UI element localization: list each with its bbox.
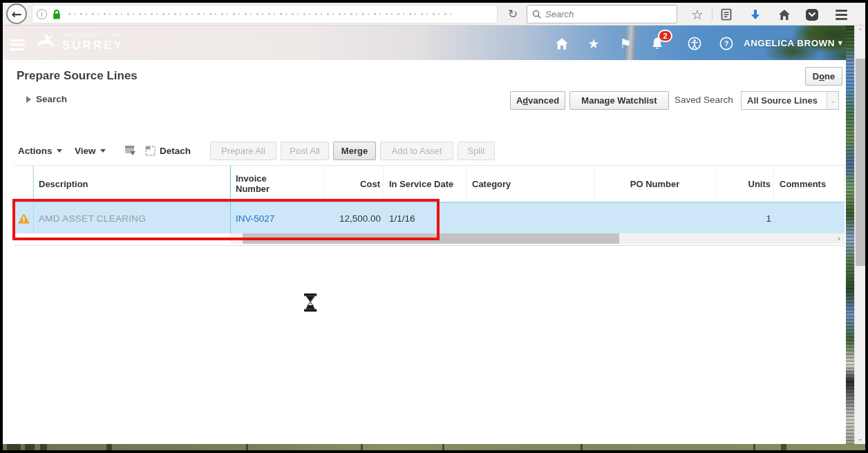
scroll-down-icon[interactable]: ⌄ xyxy=(855,433,865,444)
navigator-menu-icon[interactable] xyxy=(10,37,25,52)
manage-watchlist-button[interactable]: Manage Watchlist xyxy=(569,91,669,110)
app-header: UNIVERSITY OF SURREY ★ ⚑ 2 ? ANGELICA BR… xyxy=(3,26,865,60)
detach-control[interactable]: Detach xyxy=(145,142,191,160)
favorites-star-icon[interactable]: ★ xyxy=(585,35,603,52)
page-title: Prepare Source Lines xyxy=(17,69,138,83)
dropdown-chevron-icon[interactable]: ⌄ xyxy=(827,92,838,109)
scroll-right-icon[interactable]: › xyxy=(833,233,845,244)
split-button: Split xyxy=(457,142,495,160)
column-header-invoice-number[interactable]: Invoice Number xyxy=(230,166,325,202)
svg-text:?: ? xyxy=(724,39,729,48)
column-header-description[interactable]: Description xyxy=(33,166,230,202)
column-header-cost[interactable]: Cost xyxy=(325,166,384,202)
browser-search-field[interactable]: Search xyxy=(527,5,677,23)
merge-button[interactable]: Merge xyxy=(333,142,376,160)
detach-icon xyxy=(145,146,155,156)
table-bottom-border xyxy=(14,245,845,246)
toolbar-divider xyxy=(712,8,713,21)
notification-badge[interactable]: 2 xyxy=(658,30,672,42)
cell-cost: 12,500.00 xyxy=(325,203,384,233)
browser-toolbar: ← i ↻ Search ☆ xyxy=(3,3,865,26)
vertical-scrollbar[interactable]: ⌃ ⌄ xyxy=(854,26,865,444)
post-all-button: Post All xyxy=(281,142,329,160)
cell-comments xyxy=(774,203,845,233)
home-icon[interactable] xyxy=(775,6,793,23)
watchlist-flag-icon[interactable]: ⚑ xyxy=(616,35,634,52)
hscroll-thumb[interactable] xyxy=(243,233,619,244)
cell-in-service-date: 1/1/16 xyxy=(384,203,466,233)
bookmark-star-icon[interactable]: ☆ xyxy=(688,6,706,23)
table-header-row: Description Invoice Number Cost In Servi… xyxy=(14,166,845,202)
downloads-icon[interactable] xyxy=(746,6,764,23)
done-button[interactable]: Done xyxy=(805,67,842,86)
query-by-example-icon[interactable] xyxy=(124,145,136,159)
prepare-all-button: Prepare All xyxy=(210,142,276,160)
university-logo: UNIVERSITY OF SURREY xyxy=(32,31,124,52)
row-warning-cell xyxy=(14,203,33,233)
menu-arrow-icon xyxy=(100,149,106,153)
search-expander-label: Search xyxy=(36,94,67,104)
detach-label: Detach xyxy=(160,146,191,156)
source-lines-table: Description Invoice Number Cost In Servi… xyxy=(14,165,845,233)
browser-back-button[interactable]: ← xyxy=(6,3,27,24)
accessibility-icon[interactable] xyxy=(686,35,704,52)
home-nav-icon[interactable] xyxy=(553,35,571,52)
column-header-units[interactable]: Units xyxy=(716,166,774,202)
saved-search-label: Saved Search xyxy=(674,95,733,105)
column-header-category[interactable]: Category xyxy=(466,166,594,202)
cell-po-number xyxy=(594,203,716,233)
url-bar[interactable]: i xyxy=(32,5,498,23)
taskbar-strip xyxy=(3,444,865,450)
hourglass-cursor-icon xyxy=(303,293,318,315)
table-row[interactable]: AMD ASSET CLEARING INV-5027 12,500.00 1/… xyxy=(14,202,845,233)
actions-menu[interactable]: Actions xyxy=(18,142,62,160)
saved-search-value: All Source Lines xyxy=(742,95,827,106)
column-header-po-number[interactable]: PO Number xyxy=(594,166,716,202)
stag-icon xyxy=(32,31,58,52)
secure-lock-icon[interactable] xyxy=(52,9,62,20)
menu-arrow-icon xyxy=(57,149,62,153)
library-icon[interactable] xyxy=(717,6,735,23)
cell-description: AMD ASSET CLEARING xyxy=(33,203,230,233)
reload-icon[interactable]: ↻ xyxy=(504,6,521,22)
cell-category xyxy=(466,203,594,233)
frozen-column-divider xyxy=(230,166,231,233)
screenshot-frame: ← i ↻ Search ☆ xyxy=(0,0,868,453)
column-header-in-service-date[interactable]: In Service Date xyxy=(384,166,466,202)
help-icon[interactable]: ? xyxy=(717,35,735,52)
notifications-bell-icon[interactable]: 2 xyxy=(648,35,666,52)
search-expander[interactable]: Search xyxy=(26,94,67,104)
add-to-asset-button: Add to Asset xyxy=(380,142,453,160)
vscroll-thumb[interactable] xyxy=(856,59,865,266)
search-placeholder: Search xyxy=(545,9,574,19)
column-header-comments[interactable]: Comments xyxy=(774,166,845,202)
column-header-rowheader xyxy=(14,166,33,202)
horizontal-scrollbar[interactable]: ‹ › xyxy=(230,233,845,244)
cell-invoice-number[interactable]: INV-5027 xyxy=(230,203,325,233)
advanced-button[interactable]: Advanced xyxy=(510,91,565,110)
cell-units: 1 xyxy=(716,203,774,233)
scroll-up-icon[interactable]: ⌃ xyxy=(855,26,865,37)
background-photo-strip xyxy=(846,26,854,444)
logo-line1: UNIVERSITY OF xyxy=(62,32,124,38)
hscroll-track[interactable] xyxy=(241,233,833,244)
page-info-icon[interactable]: i xyxy=(37,9,47,19)
warning-icon[interactable] xyxy=(18,213,30,224)
user-menu[interactable]: ANGELICA BROWN ▼ xyxy=(744,38,842,48)
logo-line2: SURREY xyxy=(62,39,124,51)
column-divider xyxy=(33,166,34,233)
chevron-down-icon: ▼ xyxy=(838,40,843,46)
scroll-left-icon[interactable]: ‹ xyxy=(230,233,241,244)
search-icon xyxy=(532,10,541,19)
view-menu[interactable]: View xyxy=(75,142,106,160)
url-text-redacted xyxy=(68,13,455,15)
menu-hamburger-icon[interactable] xyxy=(832,6,850,23)
saved-search-dropdown[interactable]: All Source Lines ⌄ xyxy=(741,91,839,110)
user-name: ANGELICA BROWN xyxy=(744,38,835,48)
expand-arrow-icon xyxy=(26,96,31,103)
prepare-source-lines-page: Prepare Source Lines Done Search Advance… xyxy=(3,60,846,444)
pocket-icon[interactable] xyxy=(803,6,821,23)
